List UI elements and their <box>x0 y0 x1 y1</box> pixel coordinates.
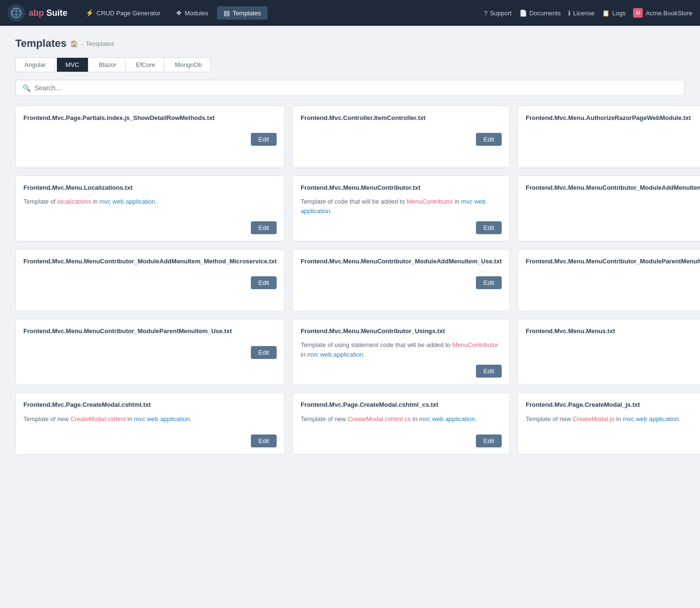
template-card-footer: Edit <box>526 434 700 447</box>
template-card: Frontend.Mvc.Menu.AuthorizeRazorPageWebM… <box>517 106 700 168</box>
template-card: Frontend.Mvc.Page.CreateModal_js.txtTemp… <box>517 392 700 455</box>
template-card-title: Frontend.Mvc.Menu.MenuContributor_Module… <box>23 257 277 266</box>
template-card-title: Frontend.Mvc.Page.CreateModal_js.txt <box>526 401 700 409</box>
template-card-footer: Edit <box>301 276 502 289</box>
template-card: Frontend.Mvc.Menu.MenuContributor_Usings… <box>292 319 510 385</box>
edit-button[interactable]: Edit <box>251 221 277 234</box>
template-card: Frontend.Mvc.Page.CreateModal.cshtml.txt… <box>15 392 285 455</box>
template-card: Frontend.Mvc.Page.CreateModal.cshtml_cs.… <box>292 392 510 455</box>
edit-button[interactable]: Edit <box>476 365 502 378</box>
search-input[interactable] <box>34 84 678 92</box>
brand-label: abp Suite <box>29 8 67 18</box>
tab-efcore-label: EfCore <box>136 61 155 68</box>
breadcrumb: 🏠 › Templates <box>70 40 114 47</box>
edit-button[interactable]: Edit <box>251 434 277 447</box>
template-card-title: Frontend.Mvc.Menu.AuthorizeRazorPageWebM… <box>526 114 700 122</box>
tab-mongodb[interactable]: MongoDb <box>166 58 210 72</box>
template-card-title: Frontend.Mvc.Controller.ItemController.t… <box>301 114 502 122</box>
template-card: Frontend.Mvc.Menu.MenuContributor_Module… <box>517 175 700 241</box>
nav-crud[interactable]: ⚡ CRUD Page Generator <box>79 6 167 20</box>
modules-icon: ❖ <box>176 9 182 17</box>
template-card-title: Frontend.Mvc.Menu.MenuContributor_Module… <box>526 184 700 192</box>
license-label: License <box>573 10 594 17</box>
template-card-footer: Edit <box>301 133 502 146</box>
template-grid: Frontend.Mvc.Page.Partials.index.js_Show… <box>15 106 685 455</box>
template-card: Frontend.Mvc.Menu.MenuContributor_Module… <box>292 249 510 311</box>
template-card: Frontend.Mvc.Menu.MenuContributor_Module… <box>517 249 700 311</box>
template-card-footer: Edit <box>23 346 277 359</box>
template-card-title: Frontend.Mvc.Page.CreateModal.cshtml_cs.… <box>301 401 502 409</box>
templates-icon: ▤ <box>224 9 230 17</box>
template-card-title: Frontend.Mvc.Page.Partials.index.js_Show… <box>23 114 277 122</box>
edit-button[interactable]: Edit <box>476 434 502 447</box>
breadcrumb-current: Templates <box>86 40 114 47</box>
template-card: Frontend.Mvc.Page.Partials.index.js_Show… <box>15 106 285 168</box>
support-icon: ? <box>484 10 487 17</box>
tab-mvc[interactable]: MVC <box>57 58 88 72</box>
app-name-label: Acme.BookStore <box>646 10 692 17</box>
support-label: Support <box>490 10 512 17</box>
edit-button[interactable]: Edit <box>251 346 277 359</box>
search-icon: 🔍 <box>22 84 31 92</box>
logs-label: Logs <box>612 10 625 17</box>
template-card-footer: Edit <box>526 346 700 359</box>
license-icon: ℹ <box>568 10 571 17</box>
template-card-footer: Edit <box>23 434 277 447</box>
license-link[interactable]: ℹ License <box>568 10 594 17</box>
template-card: Frontend.Mvc.Menu.MenuContributor_Module… <box>15 249 285 311</box>
logs-link[interactable]: 📋 Logs <box>602 10 625 17</box>
template-card-title: Frontend.Mvc.Page.CreateModal.cshtml.txt <box>23 401 277 409</box>
template-card-footer: Edit <box>526 203 700 216</box>
nav-templates[interactable]: ▤ Templates <box>217 6 268 20</box>
edit-button[interactable]: Edit <box>251 276 277 289</box>
breadcrumb-home-icon[interactable]: 🏠 <box>70 40 78 47</box>
tab-mongodb-label: MongoDb <box>175 61 202 68</box>
brand-logo <box>8 4 25 22</box>
template-card-desc: Template of new CreateModal.cshtml in mv… <box>23 414 277 429</box>
app-icon: M <box>633 8 643 18</box>
nav-templates-label: Templates <box>233 10 261 17</box>
app-name[interactable]: M Acme.BookStore <box>633 8 692 18</box>
support-link[interactable]: ? Support <box>484 10 512 17</box>
tab-bar: Angular MVC Blazor EfCore MongoDb <box>15 57 211 72</box>
nav-crud-label: CRUD Page Generator <box>97 10 161 17</box>
tab-efcore[interactable]: EfCore <box>128 58 164 72</box>
tab-blazor[interactable]: Blazor <box>90 58 126 72</box>
template-card-footer: Edit <box>301 365 502 378</box>
template-card: Frontend.Mvc.Menu.MenuContributor_Module… <box>15 319 285 385</box>
template-card-desc: Template of code that will be added to M… <box>301 197 502 216</box>
navbar-right: ? Support 📄 Documents ℹ License 📋 Logs M… <box>484 8 692 18</box>
page-content: Templates 🏠 › Templates Angular MVC Blaz… <box>0 26 700 466</box>
template-card-footer: Edit <box>23 133 277 146</box>
documents-label: Documents <box>529 10 561 17</box>
search-container: 🔍 <box>15 80 685 96</box>
brand[interactable]: abp Suite <box>8 4 67 22</box>
template-card: Frontend.Mvc.Menu.Menus.txtEdit <box>517 319 700 385</box>
page-header: Templates 🏠 › Templates <box>15 37 685 50</box>
navbar: abp Suite ⚡ CRUD Page Generator ❖ Module… <box>0 0 700 26</box>
nav-modules[interactable]: ❖ Modules <box>169 6 215 20</box>
template-card-desc: Template of new CreateModal.cshtml.cs in… <box>301 414 502 429</box>
template-card-footer: Edit <box>526 276 700 289</box>
edit-button[interactable]: Edit <box>476 276 502 289</box>
template-card-footer: Edit <box>301 434 502 447</box>
edit-button[interactable]: Edit <box>251 133 277 146</box>
breadcrumb-separator: › <box>81 40 83 47</box>
template-card-title: Frontend.Mvc.Menu.MenuContributor.txt <box>301 184 502 192</box>
template-card-title: Frontend.Mvc.Menu.MenuContributor_Module… <box>526 257 700 266</box>
tab-blazor-label: Blazor <box>99 61 117 68</box>
edit-button[interactable]: Edit <box>476 133 502 146</box>
template-card-footer: Edit <box>526 133 700 146</box>
template-card-footer: Edit <box>23 276 277 289</box>
template-card-title: Frontend.Mvc.Menu.Localizations.txt <box>23 184 277 192</box>
page-title: Templates <box>15 37 66 50</box>
tab-mvc-label: MVC <box>65 61 79 68</box>
template-card: Frontend.Mvc.Controller.ItemController.t… <box>292 106 510 168</box>
template-card: Frontend.Mvc.Menu.MenuContributor.txtTem… <box>292 175 510 241</box>
template-card: Frontend.Mvc.Menu.Localizations.txtTempl… <box>15 175 285 241</box>
tab-angular[interactable]: Angular <box>16 58 55 72</box>
documents-icon: 📄 <box>519 10 527 17</box>
template-card-title: Frontend.Mvc.Menu.MenuContributor_Module… <box>23 327 277 336</box>
documents-link[interactable]: 📄 Documents <box>519 10 561 17</box>
edit-button[interactable]: Edit <box>476 221 502 234</box>
